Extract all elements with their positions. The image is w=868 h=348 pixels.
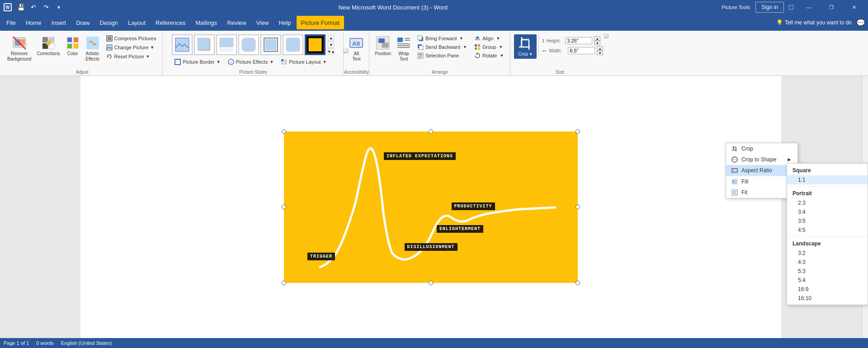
- crop-dropdown-arrow[interactable]: ▼: [529, 52, 533, 56]
- svg-rect-64: [478, 44, 480, 47]
- handle-bottom-left[interactable]: [282, 281, 286, 285]
- picture-effects-button[interactable]: Picture Effects ▼: [225, 58, 277, 66]
- send-backward-button[interactable]: Send Backward ▼: [415, 43, 470, 51]
- styles-scroll-down[interactable]: ▼: [328, 42, 334, 48]
- label-trigger: TRIGGER: [307, 253, 335, 260]
- align-button[interactable]: Align ▼: [472, 34, 506, 42]
- menu-picture-format[interactable]: Picture Format: [297, 16, 344, 29]
- ratio-4-5[interactable]: 4:5: [787, 226, 868, 235]
- remove-background-button[interactable]: RemoveBackground: [5, 34, 33, 63]
- handle-top-right[interactable]: [576, 129, 580, 134]
- style-soft-edge[interactable]: [283, 34, 303, 55]
- artistic-effects-button[interactable]: ArtisticEffects: [84, 34, 102, 63]
- picture-layout-button[interactable]: Picture Layout ▼: [278, 58, 329, 66]
- svg-rect-44: [378, 38, 385, 43]
- crop-button[interactable]: Crop ▼: [514, 34, 537, 59]
- undo-button[interactable]: ↶: [28, 2, 39, 13]
- handle-mid-right[interactable]: [576, 205, 580, 209]
- menu-insert[interactable]: Insert: [47, 16, 71, 29]
- menu-view[interactable]: View: [252, 16, 274, 29]
- bring-forward-icon: [417, 35, 424, 42]
- customize-qa-button[interactable]: ▼: [53, 2, 64, 13]
- reset-picture-button[interactable]: Reset Picture ▼: [104, 52, 159, 61]
- comments-button[interactable]: 💬: [855, 17, 866, 28]
- ratio-1-1[interactable]: 1:1: [787, 175, 868, 184]
- height-down-button[interactable]: ▼: [594, 41, 600, 45]
- change-picture-button[interactable]: Change Picture ▼: [104, 43, 159, 52]
- svg-rect-13: [67, 38, 72, 42]
- page-count: Page 1 of 1: [4, 340, 29, 346]
- height-up-button[interactable]: ▲: [594, 36, 600, 41]
- restore-button[interactable]: ❐: [821, 0, 842, 14]
- save-button[interactable]: 💾: [15, 2, 26, 13]
- menu-review[interactable]: Review: [222, 16, 251, 29]
- width-down-button[interactable]: ▼: [597, 51, 603, 55]
- rotate-button[interactable]: Rotate ▼: [472, 52, 506, 60]
- ratio-16-9[interactable]: 16:9: [787, 285, 868, 294]
- color-button[interactable]: Color: [64, 34, 82, 58]
- bring-forward-label: Bring Forward: [425, 36, 457, 41]
- style-rounded[interactable]: [238, 34, 259, 55]
- wrap-text-button[interactable]: WrapText: [395, 34, 413, 63]
- position-button[interactable]: Position: [373, 34, 393, 58]
- ratio-4-3[interactable]: 4:3: [787, 258, 868, 267]
- crop-item-crop[interactable]: Crop: [726, 143, 797, 154]
- alt-text-button[interactable]: Alt AltText: [347, 34, 365, 63]
- menu-layout[interactable]: Layout: [123, 16, 150, 29]
- selection-pane-button[interactable]: Selection Pane: [415, 52, 470, 60]
- styles-scroll-buttons: ▲ ▼ ▼▲: [328, 35, 334, 55]
- styles-scroll-up[interactable]: ▲: [328, 35, 334, 41]
- width-up-button[interactable]: ▲: [597, 46, 603, 51]
- svg-rect-45: [382, 43, 388, 47]
- style-dark-border[interactable]: [305, 34, 326, 55]
- menu-draw[interactable]: Draw: [71, 16, 94, 29]
- height-input[interactable]: [565, 37, 592, 44]
- svg-rect-65: [475, 47, 477, 50]
- close-button[interactable]: ✕: [844, 0, 864, 14]
- styles-more[interactable]: ▼▲: [328, 48, 334, 55]
- sign-in-button[interactable]: Sign in: [755, 2, 784, 13]
- minimize-button[interactable]: —: [798, 0, 819, 14]
- align-label: Align: [482, 36, 493, 41]
- tell-me-text: Tell me what you want to do: [785, 19, 852, 26]
- artistic-effects-icon: [85, 36, 100, 50]
- ratio-3-4[interactable]: 3:4: [787, 207, 868, 216]
- ratio-3-5[interactable]: 3:5: [787, 216, 868, 226]
- picture-effects-icon: [228, 59, 234, 65]
- redo-button[interactable]: ↷: [41, 2, 52, 13]
- selected-image-container[interactable]: INFLATED EXPECTATIONS PRODUCTIVITY ENLIG…: [284, 132, 578, 283]
- style-reflected[interactable]: [216, 34, 237, 55]
- ratio-5-4[interactable]: 5:4: [787, 276, 868, 285]
- menu-references[interactable]: References: [151, 16, 190, 29]
- menu-help[interactable]: Help: [274, 16, 296, 29]
- handle-bottom-right[interactable]: [576, 281, 580, 285]
- menu-mailings[interactable]: Mailings: [191, 16, 222, 29]
- tell-me-box[interactable]: 💡 Tell me what you want to do: [776, 19, 852, 26]
- handle-top-center[interactable]: [429, 129, 433, 134]
- corrections-button[interactable]: Corrections: [35, 34, 61, 58]
- ratio-16-10[interactable]: 16:10: [787, 294, 868, 303]
- ratio-5-3[interactable]: 5:3: [787, 267, 868, 276]
- compress-pictures-button[interactable]: Compress Pictures: [104, 34, 159, 42]
- ribbon-group-adjust: RemoveBackground Correcti: [2, 33, 163, 75]
- group-button[interactable]: Group ▼: [472, 43, 506, 51]
- style-beveled[interactable]: [260, 34, 281, 55]
- menu-design[interactable]: Design: [95, 16, 123, 29]
- bring-forward-button[interactable]: Bring Forward ▼: [415, 34, 470, 42]
- ratio-3-2[interactable]: 3:2: [787, 249, 868, 258]
- layout-options-button[interactable]: □: [786, 2, 797, 13]
- ratio-2-3[interactable]: 2:3: [787, 198, 868, 207]
- svg-text:↗: ↗: [604, 35, 607, 38]
- menu-file[interactable]: File: [2, 16, 20, 29]
- handle-bottom-center[interactable]: [429, 281, 433, 285]
- width-input[interactable]: [568, 47, 595, 54]
- handle-mid-left[interactable]: [282, 205, 286, 209]
- handle-top-left[interactable]: [282, 129, 286, 134]
- main-area: INFLATED EXPECTATIONS PRODUCTIVITY ENLIG…: [0, 76, 868, 338]
- picture-border-button[interactable]: Picture Border ▼: [172, 58, 223, 66]
- menu-home[interactable]: Home: [21, 16, 46, 29]
- style-drop-shadow[interactable]: [194, 34, 215, 55]
- landscape-section: Landscape 3:2 4:3 5:3 5:4 16:9 16:10: [787, 237, 868, 305]
- size-launcher[interactable]: ↗: [604, 33, 609, 40]
- style-rect-plain[interactable]: [172, 34, 193, 55]
